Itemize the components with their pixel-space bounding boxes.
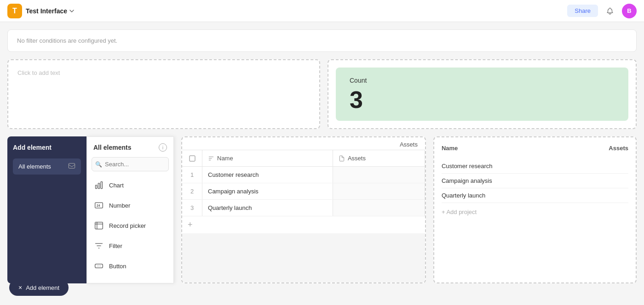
- elements-panel-title: All elements: [93, 144, 131, 151]
- add-element-bottom-button[interactable]: × Add element: [9, 279, 69, 291]
- svg-rect-3: [101, 182, 102, 189]
- info-icon[interactable]: i: [159, 143, 167, 152]
- element-label-filter: Filter: [109, 243, 122, 249]
- button-icon: [93, 260, 104, 271]
- avatar[interactable]: B: [622, 4, 637, 18]
- table-row: 1 Customer research: [182, 167, 425, 183]
- count-value: 3: [350, 88, 615, 112]
- notification-icon[interactable]: [604, 5, 616, 17]
- header-right: Share B: [567, 4, 637, 18]
- add-element-sidebar: Add element All elements: [7, 136, 86, 283]
- app-icon: T: [7, 4, 22, 18]
- name-column-header: Name: [202, 150, 333, 166]
- panels-row: Click to add text Count 3: [7, 59, 637, 129]
- search-input[interactable]: [92, 157, 169, 171]
- elements-list: Chart 24 Number Record picker: [87, 175, 173, 283]
- search-wrap: 🔍: [92, 157, 169, 171]
- count-panel: Count 3: [328, 59, 637, 129]
- table-body: 1 Customer research 2 Campaign analysis …: [182, 167, 425, 233]
- element-item-record-picker[interactable]: Record picker: [87, 215, 173, 236]
- table-empty-area: [182, 233, 425, 282]
- all-elements-tab[interactable]: All elements: [13, 158, 81, 175]
- add-element-title: Add element: [13, 144, 81, 151]
- assets-top-label: Assets: [182, 137, 425, 150]
- main-content: No filter conditions are configured yet.…: [0, 22, 644, 291]
- count-card: Count 3: [336, 68, 628, 121]
- count-label: Count: [350, 77, 615, 84]
- element-label-record-picker: Record picker: [109, 222, 146, 229]
- right-list-item: Customer research: [442, 159, 628, 174]
- svg-text:24: 24: [97, 204, 100, 207]
- right-panel-header: Name Assets: [442, 145, 628, 152]
- right-list-item: Campaign analysis: [442, 174, 628, 188]
- svg-rect-11: [190, 156, 195, 161]
- chevron-down-icon: [69, 8, 75, 14]
- filter-icon: [93, 240, 104, 251]
- filter-bar: No filter conditions are configured yet.: [7, 29, 637, 52]
- table-row: 2 Campaign analysis: [182, 183, 425, 200]
- element-item-button[interactable]: Button: [87, 256, 173, 276]
- file-icon: [339, 155, 345, 162]
- element-item-filter[interactable]: Filter: [87, 236, 173, 256]
- share-button[interactable]: Share: [567, 5, 598, 17]
- svg-rect-2: [98, 183, 99, 189]
- add-row-button[interactable]: +: [182, 216, 425, 233]
- app-title[interactable]: Test Interface: [26, 7, 75, 15]
- element-item-number[interactable]: 24 Number: [87, 195, 173, 215]
- bottom-section: Add element All elements All elements i …: [7, 136, 637, 283]
- elements-panel: All elements i 🔍 Chart 24: [86, 136, 174, 283]
- right-list-item: Quarterly launch: [442, 188, 628, 203]
- table-row: 3 Quarterly launch: [182, 200, 425, 216]
- chart-icon: [93, 180, 104, 191]
- close-icon: ×: [18, 284, 22, 291]
- record-picker-icon: [93, 220, 104, 231]
- element-item-chart[interactable]: Chart: [87, 175, 173, 195]
- element-label-button: Button: [109, 263, 126, 270]
- elements-header: All elements i: [87, 137, 173, 155]
- app-header: T Test Interface Share B: [0, 0, 644, 22]
- element-label-number: Number: [109, 202, 130, 209]
- text-icon: [208, 155, 214, 162]
- element-label-chart: Chart: [109, 182, 124, 189]
- assets-column-header: Assets: [333, 150, 425, 166]
- number-icon: 24: [93, 200, 104, 211]
- table-section: Assets Name Assets 1 C: [181, 136, 426, 283]
- svg-rect-1: [96, 185, 97, 189]
- right-assets-header: Assets: [609, 145, 628, 152]
- envelope-icon: [68, 162, 75, 171]
- add-project-button[interactable]: + Add project: [442, 209, 628, 215]
- right-name-header: Name: [442, 145, 458, 152]
- search-icon: 🔍: [95, 161, 102, 168]
- table-header: Name Assets: [182, 150, 425, 167]
- right-panel: Name Assets Customer research Campaign a…: [433, 136, 637, 283]
- text-panel[interactable]: Click to add text: [7, 59, 320, 129]
- checkbox-header[interactable]: [182, 150, 202, 166]
- svg-rect-6: [95, 222, 103, 229]
- svg-rect-0: [69, 164, 75, 169]
- header-left: T Test Interface: [7, 4, 75, 18]
